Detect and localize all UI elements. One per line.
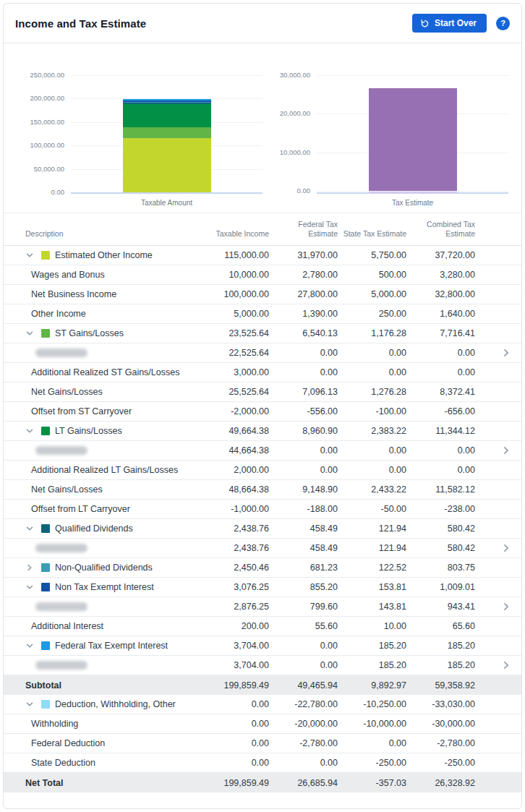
table-row-federal-tax-exempt-interest[interactable]: Federal Tax Exempt Interest3,704.000.001… [4,636,521,656]
cell-taxable-income: 25,525.64 [200,387,269,397]
table-row-account[interactable]: 3,704.000.00185.20185.20 [4,656,521,675]
col-header-state-tax-estimate: State Tax Estimate [338,229,406,239]
row-detail-chevron-icon[interactable] [501,348,511,358]
y-axis-tick-label: 30,000.00 [280,71,310,80]
cell-taxable-income: 49,664.38 [200,426,269,436]
row-description: Federal Tax Exempt Interest [25,641,200,651]
table-row-account[interactable]: 22,525.640.000.000.00 [4,343,521,363]
row-label: Subtotal [25,680,61,691]
table-row-offset-from-st-carryover: Offset from ST Carryover-2,000.00-556.00… [4,402,521,422]
start-over-button[interactable]: Start Over [412,14,487,33]
cell-combined-tax-estimate: -2,780.00 [406,738,475,748]
y-axis-tick-label: 20,000.00 [280,109,310,118]
cell-federal-tax-estimate: 6,540.13 [269,328,338,338]
row-actions [475,660,511,670]
chevron-down-icon[interactable] [25,524,34,533]
chevron-down-icon[interactable] [25,251,34,260]
cell-state-tax-estimate: 121.94 [338,543,406,553]
cell-combined-tax-estimate: 1,640.00 [406,309,475,319]
cell-state-tax-estimate: 122.52 [338,563,406,573]
row-description: Wages and Bonus [25,270,200,280]
cell-combined-tax-estimate: 37,720.00 [406,250,475,260]
cell-state-tax-estimate: 2,433.22 [338,484,406,495]
row-label: Other Income [25,309,86,319]
chevron-down-icon[interactable] [25,329,34,338]
row-description [25,349,200,357]
row-label: Non Tax Exempt Interest [55,582,154,592]
row-description: LT Gains/Losses [25,426,200,436]
table-row-st-gains-losses[interactable]: ST Gains/Losses23,525.646,540.131,176.28… [4,324,521,343]
table-row-deduction-withholding-other[interactable]: Deduction, Withholding, Other0.00-22,780… [4,695,521,714]
cell-taxable-income: 0.00 [200,719,269,729]
chevron-down-icon[interactable] [25,583,34,591]
cell-federal-tax-estimate: 0.00 [269,367,338,377]
cell-combined-tax-estimate: -30,000.00 [406,719,475,729]
row-description: Additional Realized LT Gains/Losses [25,465,200,475]
table-row-account[interactable]: 2,438.76458.49121.94580.42 [4,539,521,558]
table-row-account[interactable]: 44,664.380.000.000.00 [4,441,521,461]
row-description: Net Business Income [25,289,200,299]
cell-combined-tax-estimate: 1,009.01 [406,582,475,592]
row-label: Net Total [25,778,64,788]
table-row-account[interactable]: 2,876.25799.60143.81943.41 [4,597,521,617]
table-row-other-income: Other Income5,000.001,390.00250.001,640.… [4,304,521,324]
cell-combined-tax-estimate: 65.60 [406,621,475,631]
row-description: Non Tax Exempt Interest [25,582,200,592]
cell-federal-tax-estimate: 0.00 [269,465,338,475]
row-detail-chevron-icon[interactable] [501,660,511,670]
tax-estimate-plot-area: 0.0010,000.0020,000.0030,000.00 [262,75,508,194]
table-row-non-qualified-dividends[interactable]: Non-Qualified Dividends2,450.46681.23122… [4,558,521,578]
row-description: Non-Qualified Dividends [25,563,200,573]
table-row-non-tax-exempt-interest[interactable]: Non Tax Exempt Interest3,076.25855.20153… [4,578,521,597]
page-title: Income and Tax Estimate [15,17,146,30]
chevron-down-icon[interactable] [25,641,34,650]
row-label: Offset from ST Carryover [25,406,132,416]
cell-taxable-income: 3,704.00 [200,660,269,670]
cell-state-tax-estimate: 2,383.22 [338,426,406,436]
table-header-row: Description Taxable Income Federal Tax E… [4,213,521,246]
bar-taxable-amount [123,99,211,192]
cell-combined-tax-estimate: 59,358.92 [406,680,475,691]
y-axis-tick-label: 150,000.00 [30,118,64,127]
cell-state-tax-estimate: 0.00 [338,465,406,475]
taxable-amount-chart: 0.0050,000.00100,000.00150,000.00200,000… [17,75,262,207]
table-body: Estimated Other Income115,000.0031,970.0… [4,246,521,792]
cell-combined-tax-estimate: -33,030.00 [406,699,475,709]
table-row-qualified-dividends[interactable]: Qualified Dividends2,438.76458.49121.945… [4,519,521,539]
restart-icon [420,19,430,28]
cell-combined-tax-estimate: -656.00 [406,406,475,416]
help-button[interactable]: ? [496,17,510,30]
row-detail-chevron-icon[interactable] [501,602,511,612]
row-label: Offset from LT Carryover [25,504,130,514]
chevron-down-icon[interactable] [25,427,34,435]
row-detail-chevron-icon[interactable] [501,543,511,553]
row-detail-chevron-icon[interactable] [501,445,511,456]
col-header-taxable-income: Taxable Income [200,229,269,239]
series-color-swatch [41,641,50,650]
chevron-down-icon[interactable] [25,700,34,709]
table-row-lt-gains-losses[interactable]: LT Gains/Losses49,664.388,960.902,383.22… [4,422,521,441]
y-axis-tick-label: 0.00 [51,188,65,197]
cell-federal-tax-estimate: 26,685.94 [269,778,338,788]
redacted-account-label [35,446,88,455]
cell-state-tax-estimate: 1,276.28 [338,387,406,397]
cell-federal-tax-estimate: 0.00 [269,445,338,456]
cell-federal-tax-estimate: 0.00 [269,660,338,670]
chevron-right-icon[interactable] [25,563,34,572]
series-color-swatch [41,427,50,435]
row-label: Qualified Dividends [55,523,133,534]
page: Income and Tax Estimate Start Over ? [0,0,525,812]
table-row-estimated-other-income[interactable]: Estimated Other Income115,000.0031,970.0… [4,246,521,265]
row-description: Subtotal [25,680,200,691]
table-row-withholding: Withholding0.00-20,000.00-10,000.00-30,0… [4,714,521,734]
cell-state-tax-estimate: 9,892.97 [338,680,406,691]
row-label: Wages and Bonus [25,270,105,280]
cell-federal-tax-estimate: 458.49 [269,523,338,534]
table-row-state-deduction: State Deduction0.000.00-250.00-250.00 [4,753,521,773]
cell-combined-tax-estimate: 0.00 [406,445,475,456]
y-axis-tick-label: 250,000.00 [30,71,64,80]
y-axis-tick-label: 200,000.00 [30,94,64,103]
cell-state-tax-estimate: 0.00 [338,367,406,377]
cell-federal-tax-estimate: -22,780.00 [269,699,338,709]
cell-federal-tax-estimate: -20,000.00 [269,719,338,729]
